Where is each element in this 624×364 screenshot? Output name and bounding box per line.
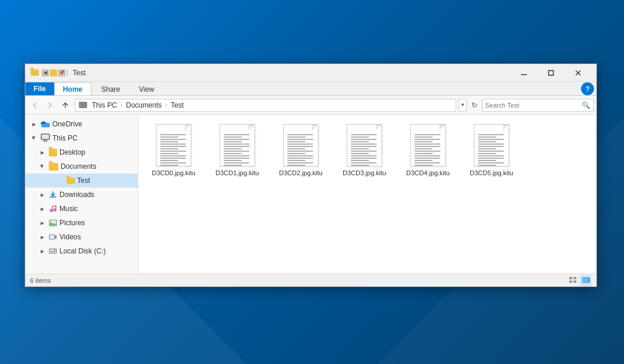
svg-rect-16	[573, 277, 576, 279]
file-name-2: D3CD2.jpg.kitu	[279, 169, 323, 177]
forward-button[interactable]	[43, 98, 57, 112]
divider: |	[67, 69, 68, 76]
svg-rect-1	[549, 71, 553, 75]
icon-view-button[interactable]	[580, 275, 592, 286]
pin-icon[interactable]: 📌	[58, 69, 65, 76]
quick-access-back-icon[interactable]: ◀	[42, 69, 49, 76]
svg-point-8	[54, 209, 56, 211]
documents-folder-icon	[49, 163, 58, 171]
sidebar-item-documents[interactable]: ▶ Documents	[25, 159, 138, 173]
file-name-1: D3CD1.jpg.kitu	[215, 169, 259, 177]
expand-arrow-pictures[interactable]: ▶	[38, 219, 47, 227]
sidebar: ▶ OneDrive ▶	[25, 115, 138, 273]
window-title: Test	[73, 69, 510, 77]
expand-arrow-local-disk[interactable]: ▶	[38, 247, 47, 255]
sidebar-label-local-disk: Local Disk (C:)	[59, 247, 106, 255]
file-item[interactable]: D3CD1.jpg.kitu	[208, 121, 267, 181]
file-icon-4	[410, 124, 446, 166]
sidebar-item-desktop[interactable]: ▶ Desktop	[25, 145, 138, 159]
pictures-icon	[49, 219, 57, 227]
sidebar-label-music: Music	[59, 205, 78, 213]
file-name-4: D3CD4.jpg.kitu	[406, 169, 450, 177]
file-item[interactable]: D3CD4.jpg.kitu	[399, 121, 457, 181]
search-icon[interactable]: 🔍	[580, 100, 591, 111]
file-item[interactable]: D3CD5.jpg.kitu	[462, 121, 521, 181]
up-button[interactable]	[58, 98, 72, 112]
close-button[interactable]	[565, 64, 592, 82]
file-grid: D3CD0.jpg.kitu	[144, 121, 590, 181]
expand-arrow-documents[interactable]: ▶	[38, 162, 47, 171]
address-dropdown[interactable]: ▼	[459, 99, 467, 112]
test-folder-icon	[67, 178, 75, 184]
expand-arrow-downloads[interactable]: ▶	[38, 191, 47, 199]
sidebar-label-test: Test	[77, 176, 90, 185]
status-item-count: 6 items	[30, 277, 567, 284]
list-view-button[interactable]	[567, 275, 579, 286]
svg-rect-18	[573, 280, 576, 283]
expand-arrow-videos[interactable]: ▶	[38, 233, 47, 241]
file-explorer-window: ◀ 📌 | Test	[25, 64, 597, 287]
search-box[interactable]: 🔍	[482, 99, 594, 112]
file-icon-2	[283, 124, 318, 166]
tab-file[interactable]: File	[25, 82, 54, 95]
expand-arrow-onedrive[interactable]: ▶	[30, 120, 38, 128]
title-bar-icons: ◀ 📌 |	[30, 68, 68, 78]
videos-icon	[49, 233, 57, 241]
address-path[interactable]: This PC › Documents › Test	[75, 99, 456, 112]
path-this-pc[interactable]: This PC	[92, 101, 117, 109]
search-input[interactable]	[485, 102, 580, 109]
minimize-button[interactable]	[510, 64, 537, 82]
sidebar-label-documents: Documents	[61, 162, 97, 171]
path-documents[interactable]: Documents	[126, 101, 162, 109]
sidebar-label-onedrive: OneDrive	[52, 120, 82, 128]
file-icon-1	[220, 124, 255, 166]
sidebar-item-music[interactable]: ▶ Music	[25, 202, 138, 216]
sidebar-item-downloads[interactable]: ▶ Downloads	[25, 188, 138, 202]
folder-icon-title	[30, 68, 39, 78]
file-item[interactable]: D3CD0.jpg.kitu	[144, 121, 203, 181]
sidebar-item-onedrive[interactable]: ▶ OneDrive	[25, 117, 138, 131]
svg-rect-5	[44, 140, 47, 141]
music-icon	[49, 205, 57, 213]
back-button[interactable]	[28, 98, 42, 112]
help-button[interactable]: ?	[581, 82, 594, 95]
path-test[interactable]: Test	[171, 101, 184, 109]
svg-rect-17	[569, 280, 572, 283]
file-name-5: D3CD5.jpg.kitu	[470, 169, 513, 177]
title-bar: ◀ 📌 | Test	[25, 64, 596, 82]
svg-rect-4	[41, 134, 49, 139]
svg-point-14	[54, 249, 55, 251]
sidebar-item-local-disk[interactable]: ▶ Local Disk (C:)	[25, 244, 138, 258]
tab-share[interactable]: Share	[92, 82, 129, 95]
refresh-button[interactable]: ↻	[468, 99, 481, 112]
sidebar-label-videos: Videos	[59, 233, 81, 241]
expand-arrow-music[interactable]: ▶	[38, 205, 47, 213]
svg-rect-19	[582, 278, 589, 279]
tab-view[interactable]: View	[130, 82, 163, 95]
file-name-3: D3CD3.jpg.kitu	[343, 169, 386, 177]
sidebar-label-desktop: Desktop	[59, 148, 85, 156]
file-icon-0	[156, 124, 191, 166]
onedrive-icon	[41, 119, 50, 129]
main-content: ▶ OneDrive ▶	[25, 115, 596, 273]
svg-rect-22	[589, 278, 590, 283]
sidebar-item-videos[interactable]: ▶ Videos	[25, 230, 138, 244]
downloads-icon	[49, 191, 57, 199]
sidebar-item-pictures[interactable]: ▶ Pictures	[25, 216, 138, 230]
view-toggle	[567, 275, 592, 286]
file-item[interactable]: D3CD2.jpg.kitu	[271, 121, 330, 181]
disk-icon	[49, 247, 57, 255]
file-area: D3CD0.jpg.kitu	[138, 115, 596, 273]
ribbon-tabs: File Home Share View ?	[25, 82, 596, 96]
file-item[interactable]: D3CD3.jpg.kitu	[335, 121, 394, 181]
sidebar-item-test[interactable]: Test	[25, 173, 138, 188]
tab-home[interactable]: Home	[54, 82, 91, 95]
sidebar-item-this-pc[interactable]: ▶ This PC	[25, 131, 138, 145]
sidebar-label-this-pc: This PC	[52, 134, 78, 142]
expand-arrow-this-pc[interactable]: ▶	[30, 134, 38, 142]
svg-rect-11	[49, 235, 55, 239]
maximize-button[interactable]	[537, 64, 565, 82]
expand-arrow-desktop[interactable]: ▶	[38, 148, 47, 156]
svg-rect-6	[42, 141, 48, 142]
address-bar: This PC › Documents › Test ▼ ↻ 🔍	[25, 96, 596, 115]
